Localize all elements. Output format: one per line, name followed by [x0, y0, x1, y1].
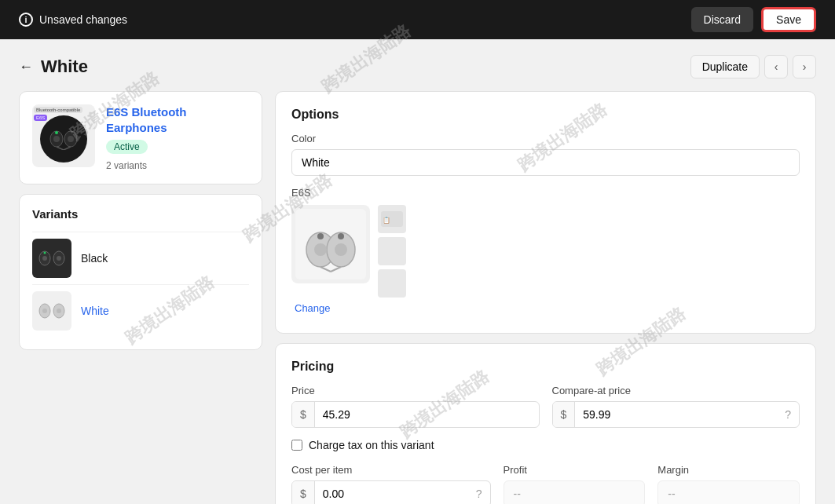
options-section: Options Color E6S: [275, 91, 816, 334]
variant-image-box: [291, 205, 370, 283]
left-panel: Bluetooth-compatible E6S: [19, 91, 262, 504]
product-image-circle: [40, 115, 87, 163]
svg-point-22: [338, 233, 344, 239]
image-row: 📋: [291, 205, 406, 298]
small-thumbnails: 📋: [378, 205, 406, 298]
product-name[interactable]: E6S Bluetooth Earphones: [106, 104, 249, 135]
price-input-group: $: [291, 401, 540, 428]
page: ← White Duplicate ‹ › Bluetooth-compatib…: [0, 39, 835, 504]
mini-thumb-3: [378, 269, 406, 298]
color-label: Color: [291, 133, 800, 144]
variant-item-black[interactable]: Black: [32, 232, 249, 284]
product-thumbnail: Bluetooth-compatible E6S: [32, 104, 95, 167]
duplicate-button[interactable]: Duplicate: [690, 55, 760, 79]
pricing-title: Pricing: [291, 360, 800, 374]
profit-field: Profit --: [504, 464, 646, 504]
cost-row: Cost per item $ ? Profit -- Margin --: [291, 464, 800, 504]
back-arrow[interactable]: ←: [19, 59, 33, 75]
mini-thumb-2: [378, 237, 406, 265]
mini-thumb-1: 📋: [378, 205, 406, 233]
svg-point-6: [55, 131, 58, 134]
margin-field: Margin --: [657, 464, 800, 504]
variant-label-black: Black: [81, 252, 108, 265]
cost-input-group: $ ?: [291, 480, 491, 504]
variant-thumb-black: [32, 239, 71, 278]
svg-line-4: [57, 147, 64, 150]
cost-help-icon[interactable]: ?: [468, 481, 490, 504]
variant-product-svg: [295, 209, 366, 279]
charge-tax-label[interactable]: Charge tax on this variant: [309, 439, 434, 451]
cost-field: Cost per item $ ?: [291, 464, 491, 504]
variants-title: Variants: [32, 207, 249, 221]
svg-text:📋: 📋: [383, 216, 390, 224]
options-title: Options: [291, 108, 800, 122]
thumb-badge1: Bluetooth-compatible: [34, 107, 82, 113]
variants-count: 2 variants: [106, 160, 249, 171]
compare-input[interactable]: [575, 402, 777, 427]
pricing-section: Pricing Price $ Compare-at price $: [275, 343, 816, 504]
product-card: Bluetooth-compatible E6S: [19, 91, 262, 184]
profit-label: Profit: [504, 464, 646, 476]
change-image-link[interactable]: Change: [295, 302, 406, 314]
variant-label-white: White: [81, 305, 109, 317]
main-layout: Bluetooth-compatible E6S: [19, 91, 816, 504]
black-earphone-icon: [38, 248, 66, 268]
product-info: E6S Bluetooth Earphones Active 2 variant…: [106, 104, 249, 171]
variant-thumb-white: [32, 291, 71, 331]
cost-input[interactable]: [315, 481, 468, 504]
svg-point-20: [335, 243, 347, 256]
save-button[interactable]: Save: [761, 7, 816, 32]
svg-point-21: [317, 233, 324, 239]
compare-price-field: Compare-at price $ ?: [552, 385, 800, 428]
compare-label: Compare-at price: [552, 385, 800, 396]
charge-tax-checkbox[interactable]: [291, 440, 302, 451]
image-area: E6S: [291, 187, 800, 314]
cost-prefix: $: [292, 481, 315, 504]
price-label: Price: [291, 385, 540, 396]
pricing-row: Price $ Compare-at price $ ?: [291, 385, 800, 428]
svg-point-19: [314, 243, 327, 256]
svg-point-10: [57, 256, 61, 261]
status-badge: Active: [106, 140, 148, 154]
color-input[interactable]: [291, 149, 800, 176]
image-column: E6S: [291, 187, 406, 314]
svg-point-3: [68, 136, 74, 142]
variants-card: Variants Black: [19, 194, 262, 350]
variant-item-white[interactable]: White: [32, 284, 249, 337]
svg-point-9: [42, 256, 47, 261]
compare-prefix: $: [553, 402, 576, 427]
svg-point-2: [53, 136, 60, 142]
profit-value: --: [504, 480, 646, 504]
price-field: Price $: [291, 385, 540, 428]
unsaved-changes-label: Unsaved changes: [39, 13, 127, 26]
svg-point-11: [44, 252, 46, 254]
svg-point-14: [42, 309, 47, 313]
next-variant-button[interactable]: ›: [793, 55, 816, 79]
compare-input-group: $ ?: [552, 401, 800, 428]
topbar-actions: Discard Save: [691, 7, 816, 32]
right-panel: Options Color E6S: [275, 91, 816, 504]
page-header-right: Duplicate ‹ ›: [690, 55, 816, 79]
topbar: i Unsaved changes Discard Save: [0, 0, 835, 39]
info-icon: i: [19, 13, 33, 27]
thumb-badge2: E6S: [34, 115, 47, 121]
color-field-group: Color: [291, 133, 800, 176]
svg-line-5: [64, 147, 71, 150]
margin-label: Margin: [657, 464, 800, 476]
svg-point-15: [57, 309, 61, 313]
compare-help-icon[interactable]: ?: [777, 402, 799, 427]
charge-tax-row: Charge tax on this variant: [291, 439, 800, 451]
page-header-left: ← White: [19, 57, 88, 77]
price-prefix: $: [292, 402, 315, 427]
discard-button[interactable]: Discard: [691, 7, 753, 32]
unsaved-changes-banner: i Unsaved changes: [19, 13, 127, 27]
page-header: ← White Duplicate ‹ ›: [19, 55, 816, 79]
cost-label: Cost per item: [291, 464, 491, 476]
price-input[interactable]: [315, 402, 539, 427]
margin-value: --: [657, 480, 800, 504]
image-section-label: E6S: [291, 187, 406, 199]
prev-variant-button[interactable]: ‹: [764, 55, 788, 79]
mini-earphone-1: 📋: [381, 211, 403, 227]
page-title: White: [41, 57, 88, 77]
earphone-product-image: [49, 128, 79, 150]
